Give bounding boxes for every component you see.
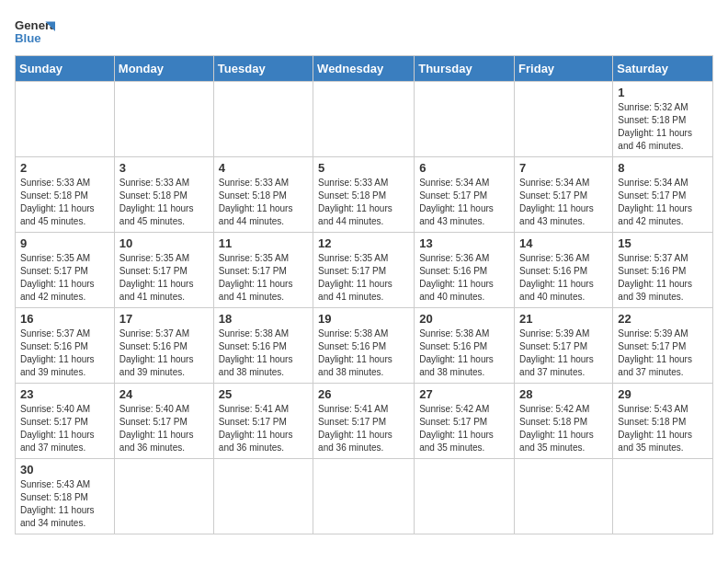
day-info: Sunrise: 5:39 AM Sunset: 5:17 PM Dayligh…: [519, 327, 608, 379]
day-info: Sunrise: 5:41 AM Sunset: 5:17 PM Dayligh…: [219, 403, 308, 454]
calendar-cell: 6Sunrise: 5:34 AM Sunset: 5:17 PM Daylig…: [415, 157, 515, 233]
day-info: Sunrise: 5:35 AM Sunset: 5:17 PM Dayligh…: [219, 252, 308, 304]
day-number: 20: [419, 312, 509, 326]
calendar-cell: 8Sunrise: 5:34 AM Sunset: 5:17 PM Daylig…: [613, 157, 713, 233]
day-info: Sunrise: 5:38 AM Sunset: 5:16 PM Dayligh…: [419, 327, 509, 379]
logo: General Blue: [15, 15, 57, 48]
day-number: 26: [318, 387, 409, 401]
calendar-table: SundayMondayTuesdayWednesdayThursdayFrid…: [15, 55, 713, 534]
day-info: Sunrise: 5:41 AM Sunset: 5:17 PM Dayligh…: [318, 403, 409, 454]
day-number: 4: [219, 161, 308, 175]
day-info: Sunrise: 5:35 AM Sunset: 5:17 PM Dayligh…: [119, 252, 209, 304]
day-info: Sunrise: 5:37 AM Sunset: 5:16 PM Dayligh…: [119, 327, 209, 379]
calendar-cell: 1Sunrise: 5:32 AM Sunset: 5:18 PM Daylig…: [613, 82, 713, 157]
day-info: Sunrise: 5:43 AM Sunset: 5:18 PM Dayligh…: [20, 478, 109, 530]
day-info: Sunrise: 5:35 AM Sunset: 5:17 PM Dayligh…: [20, 252, 109, 304]
calendar-cell: [114, 459, 213, 534]
day-number: 16: [20, 312, 109, 326]
column-header-saturday: Saturday: [613, 56, 713, 82]
day-number: 9: [20, 236, 109, 250]
day-info: Sunrise: 5:34 AM Sunset: 5:17 PM Dayligh…: [519, 177, 608, 228]
day-number: 30: [20, 463, 109, 477]
day-info: Sunrise: 5:34 AM Sunset: 5:17 PM Dayligh…: [618, 177, 708, 228]
day-number: 27: [419, 387, 509, 401]
calendar-cell: [313, 459, 415, 534]
calendar-cell: 26Sunrise: 5:41 AM Sunset: 5:17 PM Dayli…: [313, 384, 415, 459]
svg-text:Blue: Blue: [15, 31, 41, 45]
day-info: Sunrise: 5:38 AM Sunset: 5:16 PM Dayligh…: [318, 327, 409, 379]
day-info: Sunrise: 5:42 AM Sunset: 5:17 PM Dayligh…: [419, 403, 509, 454]
day-number: 5: [318, 161, 409, 175]
day-number: 10: [119, 236, 209, 250]
day-number: 15: [618, 236, 708, 250]
calendar-cell: [613, 459, 713, 534]
calendar-cell: [213, 82, 313, 157]
day-number: 6: [419, 161, 509, 175]
calendar-cell: [415, 82, 515, 157]
column-header-monday: Monday: [114, 56, 213, 82]
day-number: 18: [219, 312, 308, 326]
day-number: 12: [318, 236, 409, 250]
day-info: Sunrise: 5:33 AM Sunset: 5:18 PM Dayligh…: [119, 177, 209, 228]
day-info: Sunrise: 5:37 AM Sunset: 5:16 PM Dayligh…: [20, 327, 109, 379]
calendar-week-row: 30Sunrise: 5:43 AM Sunset: 5:18 PM Dayli…: [16, 459, 713, 534]
column-header-tuesday: Tuesday: [213, 56, 313, 82]
day-number: 3: [119, 161, 209, 175]
svg-text:General: General: [15, 18, 55, 32]
calendar-cell: 15Sunrise: 5:37 AM Sunset: 5:16 PM Dayli…: [613, 233, 713, 308]
calendar-cell: 28Sunrise: 5:42 AM Sunset: 5:18 PM Dayli…: [515, 384, 613, 459]
day-info: Sunrise: 5:42 AM Sunset: 5:18 PM Dayligh…: [519, 403, 608, 454]
day-info: Sunrise: 5:39 AM Sunset: 5:17 PM Dayligh…: [618, 327, 708, 379]
day-number: 23: [20, 387, 109, 401]
calendar-cell: 18Sunrise: 5:38 AM Sunset: 5:16 PM Dayli…: [213, 308, 313, 384]
calendar-cell: [213, 459, 313, 534]
calendar-cell: 2Sunrise: 5:33 AM Sunset: 5:18 PM Daylig…: [16, 157, 115, 233]
column-header-friday: Friday: [515, 56, 613, 82]
day-info: Sunrise: 5:37 AM Sunset: 5:16 PM Dayligh…: [618, 252, 708, 304]
calendar-week-row: 23Sunrise: 5:40 AM Sunset: 5:17 PM Dayli…: [16, 384, 713, 459]
header: General Blue: [15, 15, 713, 48]
calendar-cell: 4Sunrise: 5:33 AM Sunset: 5:18 PM Daylig…: [213, 157, 313, 233]
calendar-cell: 24Sunrise: 5:40 AM Sunset: 5:17 PM Dayli…: [114, 384, 213, 459]
calendar-cell: 13Sunrise: 5:36 AM Sunset: 5:16 PM Dayli…: [415, 233, 515, 308]
calendar-cell: 22Sunrise: 5:39 AM Sunset: 5:17 PM Dayli…: [613, 308, 713, 384]
day-number: 25: [219, 387, 308, 401]
day-info: Sunrise: 5:35 AM Sunset: 5:17 PM Dayligh…: [318, 252, 409, 304]
day-info: Sunrise: 5:40 AM Sunset: 5:17 PM Dayligh…: [20, 403, 109, 454]
day-number: 8: [618, 161, 708, 175]
day-number: 17: [119, 312, 209, 326]
calendar-cell: 10Sunrise: 5:35 AM Sunset: 5:17 PM Dayli…: [114, 233, 213, 308]
day-number: 19: [318, 312, 409, 326]
day-number: 2: [20, 161, 109, 175]
day-info: Sunrise: 5:38 AM Sunset: 5:16 PM Dayligh…: [219, 327, 308, 379]
calendar-cell: 25Sunrise: 5:41 AM Sunset: 5:17 PM Dayli…: [213, 384, 313, 459]
calendar-cell: 16Sunrise: 5:37 AM Sunset: 5:16 PM Dayli…: [16, 308, 115, 384]
calendar-cell: 11Sunrise: 5:35 AM Sunset: 5:17 PM Dayli…: [213, 233, 313, 308]
day-number: 11: [219, 236, 308, 250]
calendar-cell: [515, 82, 613, 157]
calendar-cell: 7Sunrise: 5:34 AM Sunset: 5:17 PM Daylig…: [515, 157, 613, 233]
calendar-cell: 21Sunrise: 5:39 AM Sunset: 5:17 PM Dayli…: [515, 308, 613, 384]
calendar-header-row: SundayMondayTuesdayWednesdayThursdayFrid…: [16, 56, 713, 82]
calendar-week-row: 9Sunrise: 5:35 AM Sunset: 5:17 PM Daylig…: [16, 233, 713, 308]
day-info: Sunrise: 5:36 AM Sunset: 5:16 PM Dayligh…: [519, 252, 608, 304]
calendar-week-row: 2Sunrise: 5:33 AM Sunset: 5:18 PM Daylig…: [16, 157, 713, 233]
calendar-cell: 17Sunrise: 5:37 AM Sunset: 5:16 PM Dayli…: [114, 308, 213, 384]
day-info: Sunrise: 5:43 AM Sunset: 5:18 PM Dayligh…: [618, 403, 708, 454]
day-number: 28: [519, 387, 608, 401]
day-info: Sunrise: 5:36 AM Sunset: 5:16 PM Dayligh…: [419, 252, 509, 304]
calendar-cell: 5Sunrise: 5:33 AM Sunset: 5:18 PM Daylig…: [313, 157, 415, 233]
calendar-cell: 23Sunrise: 5:40 AM Sunset: 5:17 PM Dayli…: [16, 384, 115, 459]
day-number: 21: [519, 312, 608, 326]
day-number: 1: [618, 86, 708, 99]
column-header-sunday: Sunday: [16, 56, 115, 82]
day-info: Sunrise: 5:33 AM Sunset: 5:18 PM Dayligh…: [318, 177, 409, 228]
calendar-cell: [16, 82, 115, 157]
calendar-cell: [313, 82, 415, 157]
day-number: 24: [119, 387, 209, 401]
day-number: 13: [419, 236, 509, 250]
calendar-cell: 20Sunrise: 5:38 AM Sunset: 5:16 PM Dayli…: [415, 308, 515, 384]
day-info: Sunrise: 5:32 AM Sunset: 5:18 PM Dayligh…: [618, 101, 708, 153]
day-info: Sunrise: 5:33 AM Sunset: 5:18 PM Dayligh…: [219, 177, 308, 228]
calendar-cell: [114, 82, 213, 157]
